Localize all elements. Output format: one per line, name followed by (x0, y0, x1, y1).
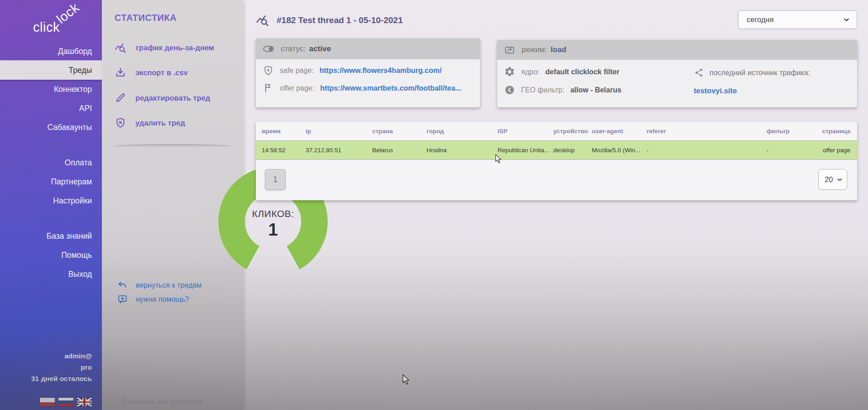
sidebar-item-knowledge-base[interactable]: База знаний (0, 227, 102, 246)
account-email: admin@ (31, 350, 92, 362)
status-panel: статус: active safe page: https://www.fl… (256, 39, 480, 107)
cell-device: desktop (553, 147, 592, 154)
sidebar-item-threads[interactable]: Треды (0, 61, 102, 80)
action-label: график день-за-днем (136, 43, 214, 52)
safe-page-link[interactable]: https://www.flowers4hamburg.com/ (320, 67, 442, 75)
geo-filter-value: allow - Belarus (570, 86, 621, 94)
col-ip: ip (306, 128, 372, 135)
flag-icon (263, 82, 274, 94)
chat-plus-icon (117, 294, 128, 304)
sidebar-nav: Дашборд Треды Коннектор API Сабакаунты О… (0, 42, 102, 284)
sidebar-item-help[interactable]: Помощь (0, 246, 102, 265)
undo-arrow-icon (117, 280, 128, 290)
app-logo[interactable]: click lock (28, 8, 96, 35)
table-row[interactable]: 14:58:52 37.212.80.51 Belarus Hrodna Rep… (256, 140, 857, 160)
safe-page-label: safe page: (280, 67, 314, 75)
status-panel-header: статус: active (256, 39, 480, 59)
cell-referer: - (647, 147, 767, 154)
core-value: default clicklock filter (545, 68, 619, 76)
col-time: время (262, 128, 306, 135)
action-label: экспорт в .csv (135, 68, 188, 77)
sidebar-item-payment[interactable]: Оплата (0, 153, 102, 172)
sidebar-item-dashboard[interactable]: Дашборд (0, 42, 102, 61)
cell-isp: Republican Unita... (498, 147, 553, 154)
col-page: страница (820, 128, 857, 135)
traffic-source-label: последний источник трафика: (710, 69, 810, 77)
sidebar-item-connector[interactable]: Коннектор (0, 80, 102, 99)
account-info: admin@ pro 31 дней осталось (31, 350, 92, 384)
cell-page: offer page (820, 147, 857, 154)
day-by-day-chart-button[interactable]: график день-за-днем (115, 42, 214, 54)
toggle-on-icon[interactable] (263, 43, 274, 55)
offer-page-row: offer page: https://www.smartbets.com/fo… (263, 82, 461, 94)
pagination-page-1-button[interactable]: 1 (265, 169, 286, 190)
cell-filter: - (767, 147, 820, 154)
shield-x-icon (115, 117, 126, 129)
back-to-threads-link[interactable]: вернуться к тредам (117, 280, 201, 290)
mode-value: load (551, 45, 566, 54)
cell-country: Belarus (372, 147, 427, 154)
edit-thread-button[interactable]: редактировать тред (115, 92, 210, 104)
shield-star-icon (263, 65, 274, 76)
box-arrow-icon (504, 44, 515, 56)
mode-panel-header: режим: load (497, 40, 857, 60)
safe-page-row: safe page: https://www.flowers4hamburg.c… (263, 65, 441, 76)
delete-thread-button[interactable]: удалить тред (115, 117, 185, 129)
col-city: город (427, 128, 498, 135)
chevron-down-icon (836, 176, 843, 183)
page-title: #182 Test thread 1 - 05-10-2021 (277, 15, 403, 25)
cell-time: 14:58:52 (262, 147, 306, 154)
account-plan: pro (31, 362, 92, 373)
mouse-cursor-icon (402, 374, 410, 385)
sidebar-item-logout[interactable]: Выход (0, 265, 102, 284)
globe-back-icon (504, 84, 515, 96)
poland-flag-icon[interactable] (40, 398, 55, 406)
action-label: удалить тред (135, 119, 185, 127)
russia-flag-icon[interactable] (58, 398, 73, 406)
mode-label: режим: (522, 45, 547, 54)
col-country: страна (372, 128, 427, 135)
section-divider (113, 144, 232, 147)
chart-search-icon (115, 42, 127, 54)
mode-panel: режим: load ядро: default clicklock filt… (497, 40, 857, 107)
geo-filter-label: ГЕО фильтр: (521, 86, 564, 94)
account-days-left: 31 дней осталось (31, 373, 92, 384)
sidebar-item-api[interactable]: API (0, 99, 102, 118)
sidebar-item-settings[interactable]: Настройки (0, 191, 102, 210)
need-help-link[interactable]: нужна помощь? (117, 294, 189, 304)
page-size-value: 20 (825, 175, 833, 184)
cell-city: Hrodna (427, 147, 498, 154)
nav-divider-gap (0, 210, 102, 227)
cell-user-agent: Mozilla/5.0 (Win... (592, 147, 647, 154)
col-device: устройство (553, 128, 592, 135)
download-icon (115, 67, 126, 78)
language-switcher (40, 398, 92, 406)
gauge-value: 1 (218, 220, 328, 240)
export-csv-button[interactable]: экспорт в .csv (115, 67, 188, 78)
core-row: ядро: default clicklock filter (504, 66, 619, 77)
col-referer: referer (647, 128, 767, 135)
uk-flag-icon[interactable] (77, 398, 92, 406)
clicks-table: время ip страна город ISP устройство use… (256, 122, 857, 200)
sidebar-item-partners[interactable]: Партнерам (0, 172, 102, 191)
copyright-text: © clicklock.site 2020-2021 (121, 398, 203, 406)
status-label: статус: (281, 44, 306, 53)
traffic-source-link[interactable]: testovyi.site (694, 87, 737, 95)
geo-filter-row: ГЕО фильтр: allow - Belarus (504, 84, 621, 96)
col-user-agent: user-agent (592, 128, 647, 135)
nav-divider-gap (0, 137, 102, 153)
statistics-sidebar: СТАТИСТИКА график день-за-днем экспорт в… (102, 0, 243, 410)
logo-text-click: click (33, 20, 60, 35)
core-label: ядро: (521, 68, 539, 76)
gear-icon (504, 66, 515, 77)
sidebar: click lock Дашборд Треды Коннектор API С… (0, 0, 102, 410)
link-label: нужна помощь? (136, 295, 189, 304)
offer-page-link[interactable]: https://www.smartbets.com/football/tea..… (320, 84, 461, 92)
thread-header: #182 Test thread 1 - 05-10-2021 (256, 14, 403, 27)
period-select[interactable]: сегодня (738, 10, 857, 29)
share-icon (694, 68, 704, 78)
col-filter: фильтр (767, 128, 820, 135)
page-size-select[interactable]: 20 (818, 169, 847, 190)
sidebar-item-subaccounts[interactable]: Сабакаунты (0, 118, 102, 137)
last-traffic-source-row: последний источник трафика: (694, 68, 810, 78)
